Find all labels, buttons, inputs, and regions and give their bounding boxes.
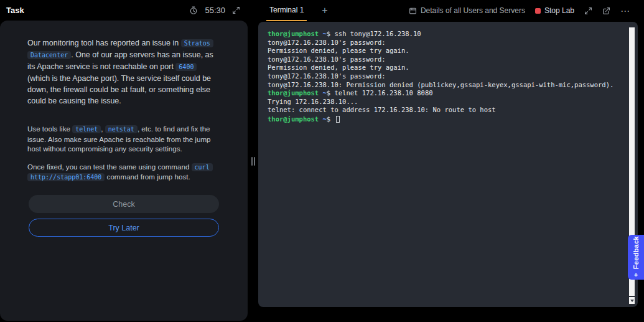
new-terminal-button[interactable]: +	[322, 6, 327, 16]
terminal-text-segment: Trying 172.16.238.10...	[268, 98, 358, 105]
task-panel: Our monitoring tool has reported an issu…	[0, 21, 248, 321]
text-segment: ,	[101, 125, 105, 133]
task-paragraph: Our monitoring tool has reported an issu…	[27, 37, 220, 107]
terminal-text-segment: ~	[319, 30, 327, 37]
tab-terminal-1[interactable]: Terminal 1	[266, 0, 307, 21]
terminal-text-segment: Permission denied, please try again.	[268, 64, 409, 71]
terminal-text-segment: $	[327, 115, 335, 123]
task-tab-label: Task	[6, 6, 24, 15]
terminal-text-segment: thor@jumphost	[268, 115, 319, 123]
text-segment: Use tools like	[27, 125, 72, 133]
terminal-text-segment: ~	[319, 115, 327, 123]
text-segment: Our monitoring tool has reported an issu…	[27, 39, 181, 47]
inline-code: http://stapp01:6400	[27, 173, 105, 181]
terminal-text-segment: Permission denied, please try again.	[268, 47, 409, 54]
terminal-line: thor@jumphost ~$	[268, 115, 619, 124]
terminal-text-segment: tony@172.16.238.10: Permission denied (p…	[268, 81, 614, 88]
text-segment: (which is the Apache port). The service …	[27, 74, 211, 105]
terminal-line: tony@172.16.238.10: Permission denied (p…	[268, 81, 619, 90]
inline-code: 6400	[175, 63, 197, 71]
feedback-button[interactable]: Feedback +	[628, 235, 644, 280]
terminal-line: tony@172.16.238.10's password:	[268, 72, 619, 81]
stop-lab-label: Stop Lab	[544, 6, 574, 15]
timer-icon	[189, 6, 198, 15]
expand-task-icon[interactable]	[232, 6, 240, 14]
text-segment: Once fixed, you can test the same using …	[27, 163, 192, 171]
inline-code: netstat	[105, 125, 138, 133]
terminal-text-segment: tony@172.16.238.10's password:	[268, 39, 386, 46]
details-icon	[409, 7, 417, 15]
open-new-window-icon[interactable]	[602, 7, 610, 15]
terminal-text-segment: thor@jumphost	[268, 89, 319, 97]
terminal-text-segment: telnet: connect to address 172.16.238.10…	[268, 106, 496, 113]
terminal-header-actions: Details of all Users and Servers Stop La…	[409, 6, 638, 16]
terminal-text-segment: tony@172.16.238.10's password:	[268, 55, 386, 63]
text-segment: command from jump host.	[105, 173, 190, 181]
terminal-cursor	[336, 116, 340, 123]
scrollbar-down-arrow-icon[interactable]	[629, 297, 635, 304]
task-header: Task 55:30	[0, 0, 248, 21]
terminal-text-segment: $ ssh tony@172.16.238.10	[327, 30, 421, 37]
task-paragraph: Once fixed, you can test the same using …	[27, 162, 220, 182]
terminal-line: Trying 172.16.238.10...	[268, 98, 619, 107]
fullscreen-icon[interactable]	[584, 7, 592, 15]
terminal-line: Permission denied, please try again.	[268, 64, 619, 72]
terminal-line: thor@jumphost ~$ telnet 172.16.238.10 80…	[268, 89, 619, 98]
try-later-button[interactable]: Try Later	[29, 219, 219, 237]
terminal-line: telnet: connect to address 172.16.238.10…	[268, 106, 619, 115]
feedback-plus-icon: +	[634, 272, 638, 278]
terminal-text-segment: thor@jumphost	[268, 30, 319, 37]
task-description: Our monitoring tool has reported an issu…	[27, 37, 220, 182]
terminal-tab-label: Terminal 1	[269, 6, 304, 14]
task-column: Task 55:30 Our monitoring tool has repor…	[0, 0, 248, 322]
terminal-line: Permission denied, please try again.	[268, 47, 619, 55]
terminal-text-segment: tony@172.16.238.10's password:	[268, 72, 386, 80]
terminal-output: thor@jumphost ~$ ssh tony@172.16.238.10t…	[268, 30, 619, 124]
terminal-text-segment: ~	[319, 89, 327, 97]
panel-resize-handle[interactable]	[250, 156, 256, 167]
terminal-header: Terminal 1 + Details of all Users and Se…	[258, 0, 638, 21]
task-paragraph: Use tools like telnet, netstat, etc. to …	[27, 124, 220, 154]
feedback-label: Feedback	[632, 236, 640, 269]
inline-code: curl	[192, 163, 213, 171]
inline-code: telnet	[72, 125, 101, 133]
check-button[interactable]: Check	[29, 195, 219, 213]
stop-lab-button[interactable]: Stop Lab	[535, 6, 574, 15]
details-link[interactable]: Details of all Users and Servers	[409, 6, 525, 15]
details-label: Details of all Users and Servers	[421, 6, 525, 15]
timer-value: 55:30	[205, 6, 225, 15]
terminal[interactable]: thor@jumphost ~$ ssh tony@172.16.238.10t…	[258, 22, 638, 307]
terminal-text-segment: $ telnet 172.16.238.10 8080	[327, 89, 433, 97]
timer-group: 55:30	[189, 6, 240, 15]
stop-icon	[535, 8, 541, 14]
more-options-icon[interactable]: ⋯	[620, 6, 630, 16]
terminal-line: tony@172.16.238.10's password:	[268, 55, 619, 64]
terminal-line: tony@172.16.238.10's password:	[268, 39, 619, 47]
terminal-line: thor@jumphost ~$ ssh tony@172.16.238.10	[268, 30, 619, 39]
